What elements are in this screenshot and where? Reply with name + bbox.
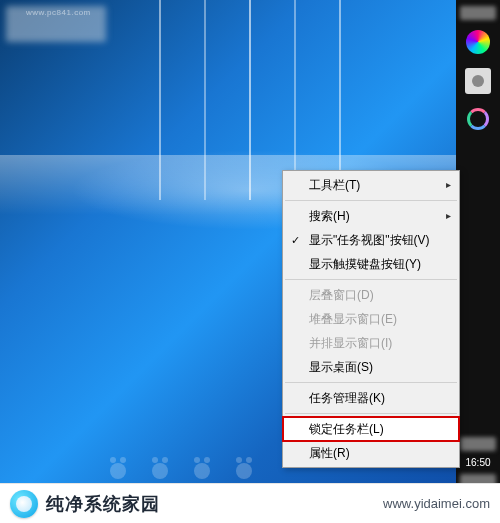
desktop: www.pc841.com 16:50 工具栏(T) 搜索(H) 显示"任务视图… [0,0,500,523]
footer-logo-icon [10,490,38,518]
taskbar-context-menu: 工具栏(T) 搜索(H) 显示"任务视图"按钮(V) 显示触摸键盘按钮(Y) 层… [282,170,460,468]
source-hint: www.pc841.com [26,8,91,17]
taskbar-vertical[interactable]: 16:50 [456,0,500,490]
menu-show-touch-keyboard[interactable]: 显示触摸键盘按钮(Y) [283,252,459,276]
menu-lock-taskbar[interactable]: 锁定任务栏(L) [283,417,459,441]
menu-cascade: 层叠窗口(D) [283,283,459,307]
menu-separator [285,279,457,280]
taskbar-blur-top [460,6,496,20]
menu-separator [285,413,457,414]
footer-url: www.yidaimei.com [383,496,490,511]
menu-show-desktop[interactable]: 显示桌面(S) [283,355,459,379]
watermark-paws [110,463,252,479]
footer-title: 纯净系统家园 [46,492,160,516]
watermark-footer: 纯净系统家园 www.yidaimei.com [0,483,500,523]
taskbar-blur-tray [460,437,496,451]
menu-properties[interactable]: 属性(R) [283,441,459,465]
menu-separator [285,200,457,201]
menu-search[interactable]: 搜索(H) [283,204,459,228]
ring-icon[interactable] [467,108,489,130]
menu-show-taskview[interactable]: 显示"任务视图"按钮(V) [283,228,459,252]
avatar-icon[interactable] [465,68,491,94]
menu-stack: 堆叠显示窗口(E) [283,307,459,331]
taskbar-clock[interactable]: 16:50 [465,453,490,472]
menu-separator [285,382,457,383]
menu-side-by-side: 并排显示窗口(I) [283,331,459,355]
menu-toolbars[interactable]: 工具栏(T) [283,173,459,197]
menu-task-manager[interactable]: 任务管理器(K) [283,386,459,410]
color-wheel-icon[interactable] [466,30,490,54]
